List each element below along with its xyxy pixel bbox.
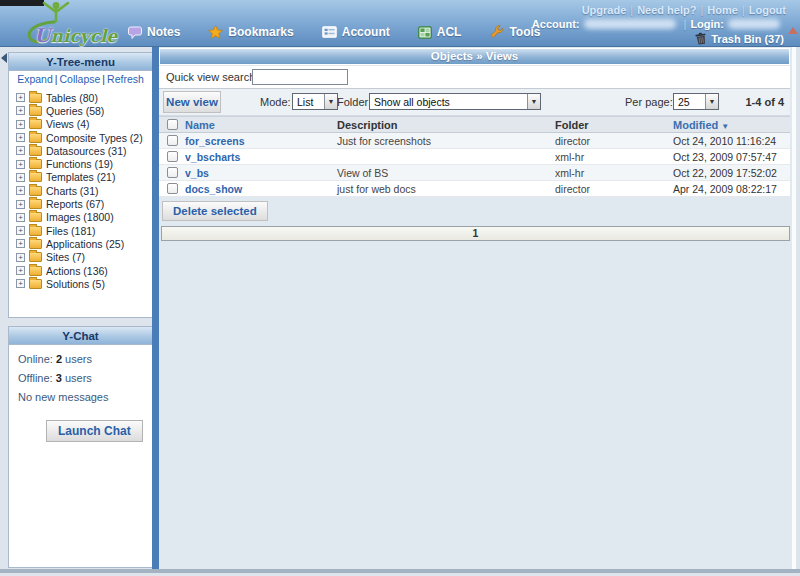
tree-item-templates[interactable]: +Templates (21) — [9, 171, 152, 184]
nav-item-acl[interactable]: ACL — [418, 25, 462, 39]
trash-bin-link[interactable]: Trash Bin (37) — [695, 32, 784, 45]
new-view-button[interactable]: New view — [163, 91, 221, 113]
tree-item-tables[interactable]: +Tables (80) — [9, 91, 152, 104]
folder-icon — [29, 226, 42, 236]
table-header-row: Name Description Folder Modified▼ — [159, 116, 790, 133]
tree-item-views[interactable]: +Views (4) — [9, 118, 152, 131]
chat-panel-title: Y-Chat — [9, 327, 152, 345]
quick-search-input[interactable] — [252, 69, 348, 85]
link-need-help[interactable]: Need help? — [637, 4, 696, 16]
expand-plus-icon[interactable]: + — [16, 146, 25, 155]
sort-desc-icon: ▼ — [718, 122, 729, 131]
per-page-label: Per page: — [625, 96, 673, 108]
folder-icon — [29, 279, 42, 289]
expand-plus-icon[interactable]: + — [16, 173, 25, 182]
folder-icon — [29, 239, 42, 249]
column-header-name[interactable]: Name — [185, 119, 337, 131]
expand-link[interactable]: Expand — [17, 73, 53, 85]
tree-item-label: Datasources (31) — [46, 145, 127, 157]
expand-plus-icon[interactable]: + — [16, 213, 25, 222]
online-count: 2 — [56, 353, 62, 365]
column-header-modified[interactable]: Modified▼ — [673, 119, 790, 131]
quick-search-row: Quick view search: — [159, 66, 790, 89]
mode-value: List — [293, 94, 324, 109]
row-checkbox[interactable] — [167, 151, 178, 162]
row-checkbox[interactable] — [167, 135, 178, 146]
object-name-link[interactable]: v_bs — [185, 167, 209, 179]
nav-item-account[interactable]: Account — [322, 25, 390, 39]
tree-item-applications[interactable]: +Applications (25) — [9, 237, 152, 250]
folder-icon — [29, 172, 42, 182]
expand-plus-icon[interactable]: + — [16, 200, 25, 209]
expand-plus-icon[interactable]: + — [16, 120, 25, 129]
link-upgrade[interactable]: Upgrade — [582, 4, 627, 16]
tree-menu-title: Y-Tree-menu — [9, 53, 152, 71]
tree-item-files[interactable]: +Files (181) — [9, 224, 152, 237]
tree-item-solutions[interactable]: +Solutions (5) — [9, 277, 152, 290]
mode-select[interactable]: List ▼ — [292, 93, 338, 110]
nav-item-notes[interactable]: Notes — [128, 25, 180, 39]
tree-item-images[interactable]: +Images (1800) — [9, 211, 152, 224]
tree-item-datasources[interactable]: +Datasources (31) — [9, 144, 152, 157]
chat-panel: Y-Chat Online: 2 users Offline: 3 users … — [8, 326, 153, 568]
nav-label: Notes — [147, 25, 180, 39]
main-content: Objects » Views Quick view search: New v… — [159, 47, 792, 570]
sidebar-collapse-icon[interactable] — [1, 53, 7, 63]
tree-item-label: Charts (31) — [46, 185, 99, 197]
row-checkbox[interactable] — [167, 183, 178, 194]
column-header-folder[interactable]: Folder — [555, 119, 673, 131]
tree-item-label: Functions (19) — [46, 158, 113, 170]
expand-plus-icon[interactable]: + — [16, 226, 25, 235]
object-name-link[interactable]: docs_show — [185, 183, 242, 195]
expand-plus-icon[interactable]: + — [16, 133, 25, 142]
column-header-description[interactable]: Description — [337, 119, 555, 131]
nav-item-bookmarks[interactable]: Bookmarks — [208, 25, 293, 39]
expand-plus-icon[interactable]: + — [16, 253, 25, 262]
object-folder: xml-hr — [555, 151, 673, 163]
panel-collapse-up-icon[interactable] — [788, 27, 798, 34]
tree-item-label: Files (181) — [46, 225, 96, 237]
chevron-down-icon: ▼ — [705, 94, 718, 109]
per-page-select[interactable]: 25 ▼ — [673, 93, 719, 110]
offline-suffix: users — [65, 372, 92, 384]
link-logout[interactable]: Logout — [749, 4, 786, 16]
account-label: Account: — [532, 18, 580, 30]
object-description: Just for screenshots — [337, 135, 555, 147]
trash-icon — [694, 31, 708, 46]
tree-item-actions[interactable]: +Actions (136) — [9, 264, 152, 277]
app-logo[interactable]: Unicycle — [10, 0, 128, 46]
trash-label: Trash Bin (37) — [711, 33, 784, 45]
expand-plus-icon[interactable]: + — [16, 239, 25, 248]
select-all-checkbox[interactable] — [167, 119, 178, 130]
offline-label: Offline: — [18, 372, 53, 384]
folder-icon — [29, 119, 42, 129]
tree-item-label: Tables (80) — [46, 92, 98, 104]
object-name-link[interactable]: v_bscharts — [185, 151, 240, 163]
account-login-line: Account: | Login: — [532, 18, 784, 30]
tree-item-composite-types[interactable]: +Composite Types (2) — [9, 131, 152, 144]
table-row: docs_show just for web docs director Apr… — [159, 181, 790, 197]
tree-item-functions[interactable]: +Functions (19) — [9, 157, 152, 170]
delete-selected-button[interactable]: Delete selected — [162, 201, 268, 221]
link-home[interactable]: Home — [707, 4, 738, 16]
expand-plus-icon[interactable]: + — [16, 93, 25, 102]
page-number[interactable]: 1 — [473, 227, 479, 239]
sidebar-main-divider[interactable] — [152, 47, 159, 570]
object-description: just for web docs — [337, 183, 555, 195]
refresh-link[interactable]: Refresh — [107, 73, 144, 85]
expand-plus-icon[interactable]: + — [16, 106, 25, 115]
tree-item-reports[interactable]: +Reports (67) — [9, 197, 152, 210]
row-checkbox[interactable] — [167, 167, 178, 178]
account-list-icon — [322, 26, 337, 38]
tree-item-queries[interactable]: +Queries (58) — [9, 104, 152, 117]
folder-select[interactable]: Show all objects ▼ — [369, 93, 541, 110]
tree-item-sites[interactable]: +Sites (7) — [9, 251, 152, 264]
launch-chat-button[interactable]: Launch Chat — [46, 420, 143, 442]
collapse-link[interactable]: Collapse — [60, 73, 101, 85]
expand-plus-icon[interactable]: + — [16, 266, 25, 275]
expand-plus-icon[interactable]: + — [16, 186, 25, 195]
object-name-link[interactable]: for_screens — [185, 135, 245, 147]
tree-item-charts[interactable]: +Charts (31) — [9, 184, 152, 197]
expand-plus-icon[interactable]: + — [16, 160, 25, 169]
expand-plus-icon[interactable]: + — [16, 279, 25, 288]
